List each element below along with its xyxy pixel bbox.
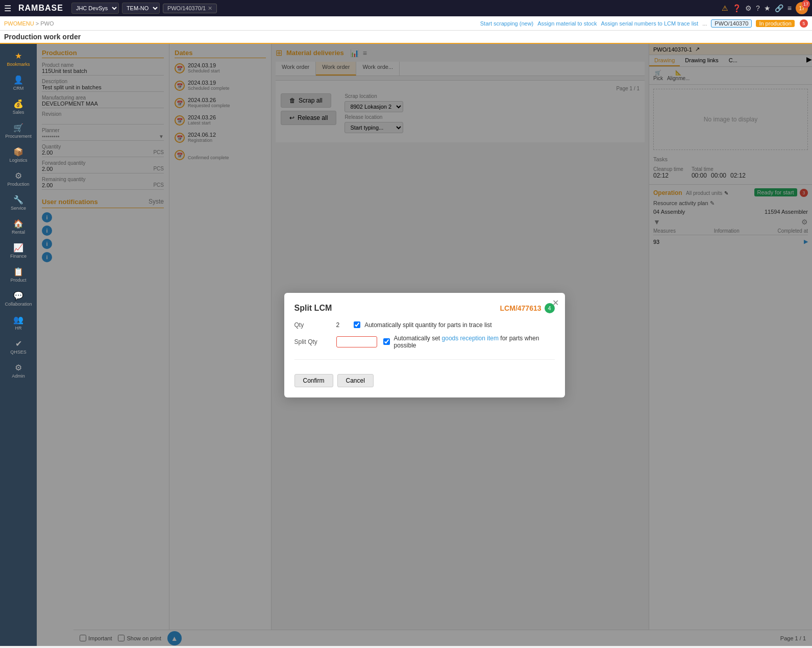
menu-icon[interactable]: ≡ (788, 4, 792, 12)
sidebar-item-service[interactable]: 🔧 Service (0, 192, 37, 214)
sidebar-item-hr[interactable]: 👥 HR (0, 312, 37, 334)
env-selector[interactable]: TEM-NO (122, 3, 160, 14)
cancel-button[interactable]: Cancel (337, 374, 374, 387)
finance-icon: 📈 (13, 243, 23, 253)
sidebar-label-sales: Sales (13, 110, 24, 115)
modal-divider (294, 359, 555, 360)
help-icon[interactable]: ? (756, 4, 760, 12)
rental-icon: 🏠 (13, 219, 23, 229)
pwo-ref-badge: PWO/140370 (711, 19, 752, 28)
breadcrumb-current: PWO (40, 20, 54, 27)
topbar-right: ⚠ ❓ ⚙ ? ★ 🔗 ≡ 17 17 (722, 2, 808, 14)
hamburger-icon[interactable]: ☰ (4, 4, 11, 13)
hr-icon: 👥 (13, 315, 23, 325)
settings-icon[interactable]: ⚙ (745, 4, 752, 12)
split-lcm-modal: Split LCM LCM/477613 4 ✕ Qty 2 Automati (284, 293, 565, 397)
sidebar-item-finance[interactable]: 📈 Finance (0, 240, 37, 262)
auto-split-label: Automatically split quantity for parts i… (364, 321, 491, 329)
sidebar-item-crm[interactable]: 👤 CRM (0, 72, 37, 94)
modal-lcm-info: LCM/477613 4 (500, 303, 555, 313)
split-qty-label: Split Qty (294, 338, 330, 345)
breadcrumb: PWOMENU > PWO (4, 20, 54, 27)
sidebar-item-logistics[interactable]: 📦 Logistics (0, 144, 37, 166)
modal-title: Split LCM (294, 304, 332, 313)
status-badge: In production (756, 20, 795, 27)
split-qty-input[interactable] (336, 336, 377, 347)
sidebar-label-finance: Finance (10, 254, 27, 259)
star-icon[interactable]: ★ (764, 4, 771, 12)
sidebar-label-production: Production (7, 182, 29, 187)
assign-serial-btn[interactable]: Assign serial numbers to LCM trace list (601, 20, 698, 27)
sidebar-label-admin: Admin (12, 373, 25, 379)
sidebar-label-qhses: QHSES (10, 350, 27, 355)
assign-material-btn[interactable]: Assign material to stock (537, 20, 597, 27)
sidebar-item-collaboration[interactable]: 💬 Collaboration (0, 288, 37, 310)
logistics-icon: 📦 (13, 147, 23, 157)
app-logo: RAMBASE (18, 4, 63, 13)
modal-header: Split LCM LCM/477613 4 (294, 303, 555, 313)
qty-label: Qty (294, 321, 330, 329)
alert-icon[interactable]: ⚠ (722, 4, 728, 12)
secondbar-actions: Start scrapping (new) Assign material to… (480, 19, 808, 28)
sidebar-label-product: Product (10, 278, 26, 283)
start-scrapping-btn[interactable]: Start scrapping (new) (480, 20, 534, 27)
page-header: Production work order (0, 31, 812, 44)
breadcrumb-parent[interactable]: PWOMENU (4, 20, 34, 27)
main-layout: ★ Bookmarks 👤 CRM 💰 Sales 🛒 Procurement … (0, 44, 812, 646)
more-btn[interactable]: ... (702, 20, 707, 27)
crm-icon: 👤 (13, 75, 23, 85)
sales-icon: 💰 (13, 99, 23, 109)
page-title: Production work order (4, 33, 81, 41)
modal-overlay: Split LCM LCM/477613 4 ✕ Qty 2 Automati (37, 44, 812, 646)
status-count: 5 (800, 19, 808, 28)
modal-close-button[interactable]: ✕ (552, 298, 559, 308)
goods-reception-link[interactable]: goods reception item (442, 335, 499, 342)
sidebar-item-admin[interactable]: ⚙ Admin (0, 360, 37, 382)
top-bar: ☰ RAMBASE JHC DevSys TEM-NO PWO/140370/1… (0, 0, 812, 16)
product-icon: 📋 (13, 267, 23, 277)
second-bar: PWOMENU > PWO Start scrapping (new) Assi… (0, 16, 812, 31)
modal-actions: Confirm Cancel (294, 374, 555, 387)
auto-goods-row: Automatically set goods reception item f… (383, 335, 555, 349)
bookmarks-icon: ★ (15, 51, 22, 61)
auto-goods-label: Automatically set goods reception item f… (394, 335, 555, 349)
question-icon[interactable]: ❓ (732, 4, 741, 12)
notif-count: 17 (802, 0, 810, 8)
service-icon: 🔧 (13, 195, 23, 205)
auto-goods-checkbox[interactable] (383, 338, 390, 345)
sidebar-item-procurement[interactable]: 🛒 Procurement (0, 120, 37, 142)
modal-lcm-id: LCM/477613 (500, 304, 542, 312)
auto-split-row: Automatically split quantity for parts i… (354, 321, 554, 329)
production-icon: ⚙ (15, 171, 22, 181)
sidebar-label-bookmarks: Bookmarks (7, 62, 30, 67)
sidebar-item-sales[interactable]: 💰 Sales (0, 96, 37, 118)
split-qty-row: Split Qty Automatically set goods recept… (294, 335, 555, 349)
sidebar-label-hr: HR (15, 326, 22, 331)
sidebar-label-collaboration: Collaboration (5, 302, 32, 307)
link-icon[interactable]: 🔗 (775, 4, 783, 12)
qty-row: Qty 2 Automatically split quantity for p… (294, 321, 555, 329)
pwo-id-display: PWO/140370/1 ✕ (163, 4, 217, 13)
modal-body: Qty 2 Automatically split quantity for p… (294, 321, 555, 387)
sidebar-item-product[interactable]: 📋 Product (0, 264, 37, 286)
admin-icon: ⚙ (15, 363, 22, 372)
avatar-container: 17 17 (796, 2, 808, 14)
sidebar-item-qhses[interactable]: ✔ QHSES (0, 336, 37, 358)
content-area: Production Product name 115Unit test bat… (37, 44, 812, 646)
auto-split-checkbox[interactable] (354, 321, 360, 328)
qty-value: 2 (336, 321, 340, 329)
sidebar-item-bookmarks[interactable]: ★ Bookmarks (0, 48, 37, 70)
sidebar-item-production[interactable]: ⚙ Production (0, 168, 37, 190)
sidebar-label-procurement: Procurement (5, 134, 32, 139)
sidebar-label-service: Service (11, 206, 26, 211)
company-selector[interactable]: JHC DevSys (71, 3, 119, 14)
sidebar-label-logistics: Logistics (9, 158, 27, 163)
qhses-icon: ✔ (15, 339, 22, 348)
sidebar-label-rental: Rental (12, 230, 25, 235)
sidebar-label-crm: CRM (13, 86, 24, 91)
procurement-icon: 🛒 (13, 123, 23, 133)
collaboration-icon: 💬 (13, 291, 23, 301)
sidebar-item-rental[interactable]: 🏠 Rental (0, 216, 37, 238)
sidebar: ★ Bookmarks 👤 CRM 💰 Sales 🛒 Procurement … (0, 44, 37, 646)
confirm-button[interactable]: Confirm (294, 374, 333, 387)
